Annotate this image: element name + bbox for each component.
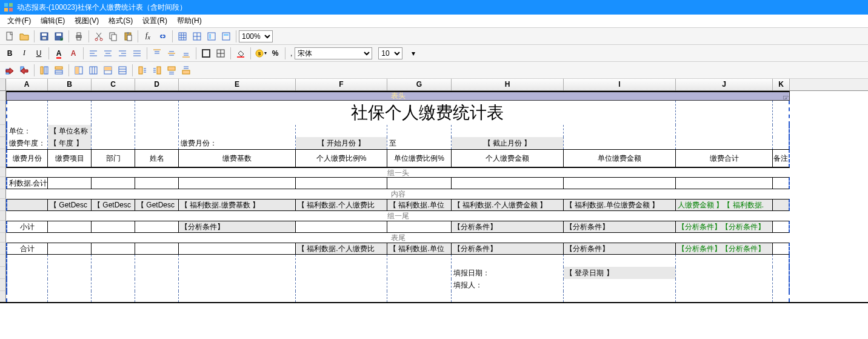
t3-btn-5[interactable]: [72, 64, 85, 77]
st-E[interactable]: 【分析条件】: [179, 221, 296, 233]
tt-F[interactable]: 【 福利数据.个人缴费比: [296, 243, 387, 255]
italic-icon[interactable]: I: [18, 47, 31, 60]
t3-btn-2[interactable]: [18, 64, 31, 77]
svg-rect-53: [202, 50, 210, 57]
align-justify-icon[interactable]: [130, 47, 144, 60]
valign-middle-icon[interactable]: [165, 47, 178, 60]
ct-J[interactable]: 人缴费金额 】【 福利数据.: [676, 199, 773, 211]
grid3-icon[interactable]: [205, 30, 218, 43]
filler-row: 填报人：: [0, 279, 868, 291]
paste-icon[interactable]: [121, 30, 135, 43]
open-icon[interactable]: [18, 30, 31, 43]
col-head-E[interactable]: E: [179, 79, 296, 90]
col-head-K[interactable]: K: [773, 79, 790, 90]
border-outer-icon[interactable]: [199, 47, 213, 60]
fx-icon[interactable]: fx: [141, 30, 155, 43]
align-right-icon[interactable]: [116, 47, 129, 60]
svg-rect-9: [56, 33, 61, 36]
st-I[interactable]: 【分析条件】: [564, 221, 676, 233]
percent-icon[interactable]: %: [269, 47, 282, 60]
title-bar: 动态报表-(100023)社保个人缴费统计表（含时间段）: [0, 0, 868, 15]
col-head-J[interactable]: J: [676, 79, 773, 90]
valign-top-icon[interactable]: [150, 47, 164, 60]
ct-D[interactable]: 【 GetDesc: [135, 199, 179, 211]
col-head-C[interactable]: C: [92, 79, 135, 90]
t3-btn-12[interactable]: [179, 64, 193, 77]
ct-I[interactable]: 【 福利数据.单位缴费金额 】: [564, 199, 676, 211]
month-start[interactable]: 【 开始月份 】: [296, 137, 387, 149]
unit-value[interactable]: 【 单位名称 】: [48, 125, 92, 137]
font-combo[interactable]: 宋体: [295, 47, 372, 59]
cut-icon[interactable]: [92, 30, 105, 43]
svg-rect-29: [209, 34, 211, 39]
ct-E[interactable]: 【 福利数据.缴费基数 】: [179, 199, 296, 211]
grid4-icon[interactable]: [219, 30, 233, 43]
bold-icon[interactable]: B: [3, 47, 16, 60]
ct-C[interactable]: 【 GetDesc: [92, 199, 135, 211]
t3-btn-6[interactable]: [87, 64, 100, 77]
menu-settings[interactable]: 设置(R): [138, 15, 172, 27]
col-head-H[interactable]: H: [452, 79, 564, 90]
print-icon[interactable]: [72, 30, 85, 43]
align-left-icon[interactable]: [87, 47, 100, 60]
menu-help[interactable]: 帮助(H): [172, 15, 207, 27]
underline-icon[interactable]: U: [32, 47, 45, 60]
st-J[interactable]: 【分析条件】【分析条件】: [676, 221, 773, 233]
ct-B[interactable]: 【 GetDesc: [48, 199, 92, 211]
fontsize-combo[interactable]: 10: [378, 47, 402, 59]
t3-btn-1[interactable]: [3, 64, 16, 77]
currency-icon[interactable]: $▾: [254, 47, 267, 60]
t3-btn-11[interactable]: [165, 64, 178, 77]
grid1-icon[interactable]: [176, 30, 189, 43]
col-head-I[interactable]: I: [564, 79, 676, 90]
svg-rect-81: [157, 67, 161, 74]
menu-file[interactable]: 文件(F): [2, 15, 36, 27]
menu-format[interactable]: 格式(S): [104, 15, 138, 27]
border-all-icon[interactable]: [214, 47, 227, 60]
svg-rect-1: [9, 3, 13, 7]
link-icon[interactable]: [156, 30, 169, 43]
t3-btn-10[interactable]: [150, 64, 164, 77]
tt-J[interactable]: 【分析条件】【分析条件】: [676, 243, 773, 255]
dropdown-icon[interactable]: ▾: [407, 47, 420, 60]
new-icon[interactable]: [3, 30, 16, 43]
col-head-F[interactable]: F: [296, 79, 387, 90]
saveas-icon[interactable]: [52, 30, 65, 43]
fill-color-icon[interactable]: [234, 47, 247, 60]
menu-view[interactable]: 视图(V): [70, 15, 104, 27]
svg-rect-11: [77, 33, 81, 35]
zoom-combo[interactable]: 100%: [239, 30, 273, 42]
col-head-D[interactable]: D: [135, 79, 179, 90]
st-H[interactable]: 【分析条件】: [452, 221, 564, 233]
copy-icon[interactable]: [107, 30, 120, 43]
month-end[interactable]: 【 截止月份 】: [452, 137, 564, 149]
hdr-H: 个人缴费金额: [452, 149, 564, 167]
tt-I[interactable]: 【分析条件】: [564, 243, 676, 255]
svg-rect-19: [127, 35, 132, 41]
t3-btn-9[interactable]: [136, 64, 149, 77]
tt-H[interactable]: 【分析条件】: [452, 243, 564, 255]
select-all-corner[interactable]: [0, 79, 6, 90]
t3-btn-7[interactable]: [101, 64, 115, 77]
filldate-value[interactable]: 【 登录日期 】: [564, 267, 676, 279]
t3-btn-8[interactable]: [116, 64, 129, 77]
grid2-icon[interactable]: [190, 30, 204, 43]
tt-G[interactable]: 【 福利数据.单位: [387, 243, 452, 255]
ct-H[interactable]: 【 福利数据.个人缴费金额 】: [452, 199, 564, 211]
t3-btn-3[interactable]: [38, 64, 51, 77]
col-head-A[interactable]: A: [6, 79, 48, 90]
save-icon[interactable]: [38, 30, 51, 43]
font-color-icon[interactable]: A: [52, 47, 65, 60]
ct-F[interactable]: 【 福利数据.个人缴费比: [296, 199, 387, 211]
col-head-B[interactable]: B: [48, 79, 92, 90]
font-color2-icon[interactable]: A: [67, 47, 80, 60]
valign-bottom-icon[interactable]: [179, 47, 193, 60]
menu-edit[interactable]: 编辑(E): [36, 15, 70, 27]
svg-rect-82: [168, 67, 175, 70]
t3-btn-4[interactable]: [52, 64, 65, 77]
svg-rect-65: [55, 67, 62, 69]
col-head-G[interactable]: G: [387, 79, 452, 90]
year-value[interactable]: 【 年度 】: [48, 137, 92, 149]
align-center-icon[interactable]: [101, 47, 115, 60]
ct-G[interactable]: 【 福利数据.单位: [387, 199, 452, 211]
